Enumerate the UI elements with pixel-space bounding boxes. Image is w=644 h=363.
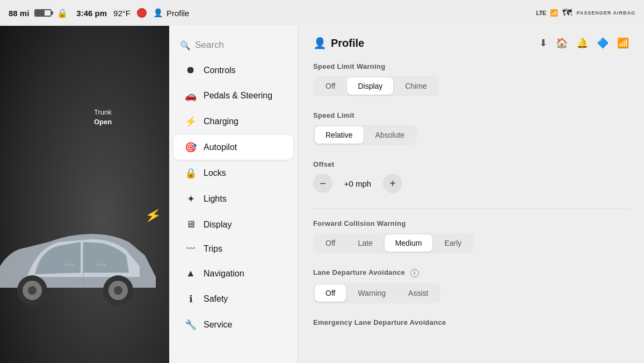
record-indicator [137, 8, 147, 18]
content-header: 👤 Profile ⬇ 🏠 🔔 🔷 📶 [313, 37, 629, 49]
home-icon[interactable]: 🏠 [556, 37, 568, 49]
bell-icon[interactable]: 🔔 [576, 37, 588, 49]
forward-collision-title: Forward Collision Warning [313, 219, 629, 227]
speed-limit-toggle: Relative Absolute [313, 125, 417, 145]
lda-off-button[interactable]: Off [315, 284, 346, 302]
sidebar-item-controls[interactable]: ⏺ Controls [173, 58, 293, 82]
navigation-label: Navigation [204, 269, 244, 279]
autopilot-label: Autopilot [204, 143, 237, 152]
sidebar-item-lights[interactable]: ✦ Lights [173, 187, 293, 211]
controls-label: Controls [204, 66, 236, 75]
bluetooth-icon[interactable]: 🔷 [597, 37, 609, 49]
speed-limit-warning-section: Speed Limit Warning Off Display Chime [313, 62, 629, 96]
airbag-badge: PASSENGER AIRBAG [576, 10, 635, 16]
fcw-early-button[interactable]: Early [433, 234, 472, 252]
sidebar-item-locks[interactable]: 🔒 Locks [173, 161, 293, 186]
slw-chime-button[interactable]: Chime [394, 77, 437, 95]
fcw-medium-button[interactable]: Medium [385, 234, 433, 252]
lock-status-icon: 🔒 [57, 8, 68, 18]
display-icon: 🖥 [184, 219, 197, 230]
lightning-bolt-icon: ⚡ [144, 207, 162, 225]
speed-limit-section: Speed Limit Relative Absolute [313, 111, 629, 145]
slw-off-button[interactable]: Off [315, 77, 346, 95]
lane-departure-info-icon[interactable]: i [410, 269, 419, 277]
sidebar-item-navigation[interactable]: ▲ Navigation [173, 261, 293, 286]
svg-point-2 [28, 286, 37, 295]
temperature-display: 92°F [113, 9, 131, 18]
status-right-icons: LTE 📶 🗺 PASSENGER AIRBAG [536, 8, 635, 19]
service-label: Service [204, 320, 232, 330]
lights-icon: ✦ [184, 193, 197, 205]
offset-minus-button[interactable]: − [313, 174, 332, 193]
sidebar-item-autopilot[interactable]: 🎯 Autopilot [173, 135, 293, 160]
lane-departure-title: Lane Departure Avoidance i [313, 268, 629, 277]
sidebar-item-safety[interactable]: ℹ Safety [173, 287, 293, 311]
car-silhouette [0, 212, 167, 320]
display-label: Display [204, 220, 231, 230]
sidebar-item-charging[interactable]: ⚡ Charging [173, 109, 293, 134]
profile-label: Profile [167, 9, 190, 18]
car-background: Trunk Open ⚡ [0, 0, 172, 363]
navigation-icon: ▲ [184, 268, 197, 279]
status-bar: 88 mi 🔒 3:46 pm 92°F 👤 Profile LTE 📶 🗺 P… [0, 0, 644, 26]
offset-control: − +0 mph + [313, 174, 629, 193]
fcw-late-button[interactable]: Late [347, 234, 383, 252]
charging-label: Charging [204, 117, 238, 126]
emergency-lane-section: Emergency Lane Departure Avoidance [313, 318, 629, 326]
trips-icon: 〰 [184, 244, 197, 254]
speed-limit-warning-title: Speed Limit Warning [313, 62, 629, 70]
sidebar: 🔍 Search ⏺ Controls 🚗 Pedals & Steering … [169, 26, 298, 363]
download-icon[interactable]: ⬇ [539, 37, 547, 49]
lane-departure-section: Lane Departure Avoidance i Off Warning A… [313, 268, 629, 303]
forward-collision-section: Forward Collision Warning Off Late Mediu… [313, 219, 629, 253]
pedals-label: Pedals & Steering [204, 91, 272, 101]
page-title: Profile [331, 37, 364, 49]
status-left: 88 mi 🔒 [9, 8, 68, 18]
profile-status[interactable]: 👤 Profile [153, 8, 190, 18]
sidebar-item-trips[interactable]: 〰 Trips [173, 238, 293, 260]
svg-point-5 [114, 286, 122, 295]
locks-label: Locks [204, 168, 226, 178]
emergency-lane-title: Emergency Lane Departure Avoidance [313, 318, 629, 326]
header-icons: ⬇ 🏠 🔔 🔷 📶 [539, 37, 629, 49]
lte-badge: LTE [536, 10, 546, 16]
service-icon: 🔧 [184, 319, 197, 331]
forward-collision-toggle: Off Late Medium Early [313, 233, 474, 253]
battery-indicator [34, 9, 52, 17]
lda-assist-button[interactable]: Assist [397, 284, 439, 302]
wifi-icon[interactable]: 📶 [617, 37, 629, 49]
content-title: 👤 Profile [313, 37, 364, 49]
content-area: 👤 Profile ⬇ 🏠 🔔 🔷 📶 Speed Limit Warning … [298, 26, 644, 363]
pedals-icon: 🚗 [184, 90, 197, 102]
clock-display: 3:46 pm [76, 9, 107, 18]
mileage-display: 88 mi [9, 9, 29, 18]
sl-relative-button[interactable]: Relative [315, 126, 364, 144]
autopilot-icon: 🎯 [184, 141, 197, 153]
lda-warning-button[interactable]: Warning [347, 284, 396, 302]
sidebar-item-service[interactable]: 🔧 Service [173, 312, 293, 337]
offset-title: Offset [313, 160, 629, 168]
sl-absolute-button[interactable]: Absolute [365, 126, 415, 144]
signal-icon: 📶 [550, 9, 558, 17]
safety-label: Safety [204, 294, 228, 304]
controls-icon: ⏺ [184, 65, 197, 76]
fcw-off-button[interactable]: Off [315, 234, 346, 252]
offset-value-display: +0 mph [339, 179, 377, 188]
search-label: Search [195, 40, 224, 51]
locks-icon: 🔒 [184, 167, 197, 179]
lane-departure-toggle: Off Warning Assist [313, 283, 440, 303]
search-icon: 🔍 [180, 40, 191, 51]
speed-limit-title: Speed Limit [313, 111, 629, 119]
sidebar-item-display[interactable]: 🖥 Display [173, 212, 293, 237]
divider-1 [313, 208, 629, 209]
slw-display-button[interactable]: Display [347, 77, 393, 95]
sidebar-item-pedals[interactable]: 🚗 Pedals & Steering [173, 83, 293, 108]
safety-icon: ℹ [184, 293, 197, 305]
offset-plus-button[interactable]: + [383, 174, 402, 193]
offset-section: Offset − +0 mph + [313, 160, 629, 193]
lights-label: Lights [204, 194, 227, 204]
main-panel: 🔍 Search ⏺ Controls 🚗 Pedals & Steering … [169, 26, 644, 363]
search-row[interactable]: 🔍 Search [169, 34, 298, 56]
trips-label: Trips [204, 244, 222, 254]
map-icon: 🗺 [562, 8, 572, 19]
